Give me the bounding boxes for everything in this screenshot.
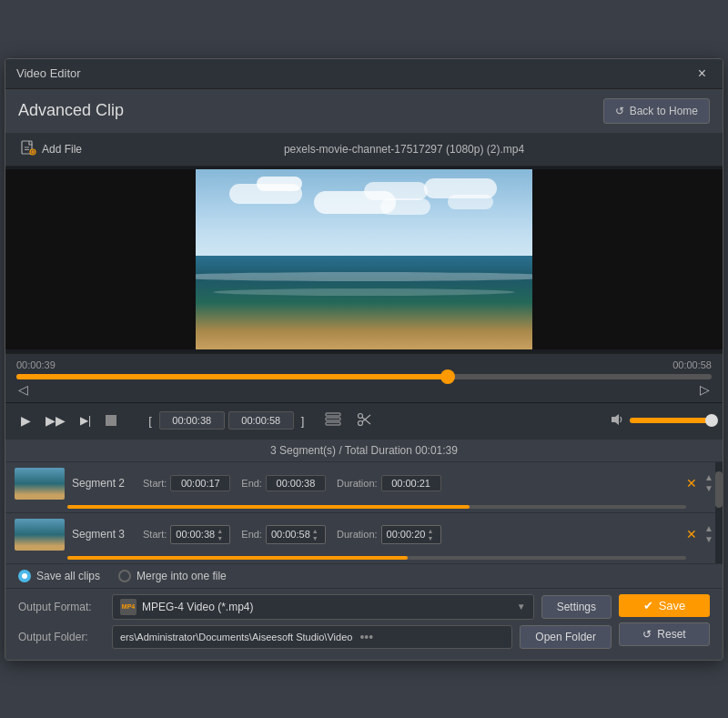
- segment-arrows: ▲ ▼: [704, 473, 713, 493]
- bracket-left-button[interactable]: [: [145, 412, 156, 430]
- merge-into-one-option[interactable]: Merge into one file: [118, 570, 227, 582]
- action-buttons: ✔ Save ↺ Reset: [619, 594, 710, 646]
- fast-forward-button[interactable]: ▶▶: [41, 410, 70, 430]
- volume-slider[interactable]: [630, 418, 712, 423]
- reset-icon: ↺: [642, 628, 652, 641]
- timeline-labels: 00:00:39 00:00:58: [16, 359, 712, 370]
- spinner-down[interactable]: ▼: [427, 535, 433, 541]
- open-folder-button[interactable]: Open Folder: [520, 625, 612, 649]
- end-label: End:: [241, 529, 262, 540]
- format-row: Output Format: MP4 MPEG-4 Video (*.mp4) …: [18, 594, 612, 620]
- folder-path: ers\Administrator\Documents\Aiseesoft St…: [112, 625, 512, 649]
- segment-duration-field: Duration: 00:00:20 ▲ ▼: [337, 525, 441, 544]
- scissors-button[interactable]: [351, 409, 377, 433]
- video-side-right: [532, 169, 723, 349]
- main-header: Advanced Clip ↺ Back to Home: [5, 89, 723, 134]
- cut-icon: [325, 411, 341, 430]
- segment-up-arrow[interactable]: ▲: [704, 473, 713, 482]
- save-button[interactable]: ✔ Save: [619, 594, 710, 617]
- segment-down-arrow[interactable]: ▼: [704, 484, 713, 493]
- window-title: Video Editor: [16, 66, 81, 80]
- timeline-end-time: 00:00:58: [672, 359, 712, 370]
- format-value: MPEG-4 Video (*.mp4): [142, 601, 254, 613]
- timeline-fill: [16, 374, 448, 379]
- segment-end-spinner: ▲ ▼: [312, 528, 318, 541]
- segment-label: Segment 2: [72, 477, 136, 490]
- folder-path-text: ers\Administrator\Documents\Aiseesoft St…: [120, 632, 352, 642]
- spinner-down[interactable]: ▼: [217, 535, 223, 541]
- video-preview-container: [5, 167, 723, 353]
- trim-handles: ◁ ▷: [16, 382, 712, 397]
- options-bar: Save all clips Merge into one file: [5, 563, 723, 588]
- segment-progress-fill: [67, 505, 470, 509]
- spinner-up[interactable]: ▲: [427, 528, 433, 534]
- segment-start-value: 00:00:17: [170, 475, 230, 491]
- page-title: Advanced Clip: [18, 101, 124, 120]
- trim-left-handle[interactable]: ◁: [18, 382, 28, 397]
- volume-icon: [610, 412, 624, 430]
- duration-label: Duration:: [337, 478, 378, 489]
- scrollbar-thumb[interactable]: [715, 471, 723, 508]
- spinner-up[interactable]: ▲: [217, 528, 223, 534]
- segment-input-group: [ ]: [145, 411, 308, 430]
- save-all-clips-radio[interactable]: [18, 570, 31, 582]
- bracket-right-button[interactable]: ]: [298, 412, 308, 430]
- scissors-icon: [356, 411, 372, 430]
- segment-end-editable[interactable]: 00:00:58 ▲ ▼: [266, 525, 326, 544]
- save-all-clips-option[interactable]: Save all clips: [18, 570, 100, 582]
- timeline-area: 00:00:39 00:00:58 ◁ ▷: [5, 353, 723, 402]
- format-select[interactable]: MP4 MPEG-4 Video (*.mp4) ▼: [112, 594, 534, 620]
- spinner-down[interactable]: ▼: [312, 535, 318, 541]
- volume-thumb[interactable]: [705, 414, 718, 427]
- svg-marker-13: [612, 414, 619, 425]
- volume-fill: [630, 418, 712, 423]
- add-file-button[interactable]: Add File: [15, 137, 87, 162]
- segment-duration-editable[interactable]: 00:00:20 ▲ ▼: [381, 525, 441, 544]
- segment-details: Start: 00:00:17 End: 00:00:38 Duration: …: [143, 475, 675, 491]
- reset-button[interactable]: ↺ Reset: [619, 622, 710, 646]
- trim-right-handle[interactable]: ▷: [700, 382, 710, 397]
- segment-thumbnail: [15, 468, 65, 500]
- segment-down-arrow[interactable]: ▼: [704, 535, 713, 544]
- save-label: Save: [659, 599, 686, 612]
- bottom-rows: Output Format: MP4 MPEG-4 Video (*.mp4) …: [18, 594, 710, 654]
- close-button[interactable]: ×: [693, 65, 712, 83]
- svg-point-10: [359, 413, 363, 418]
- segment-close-button[interactable]: ✕: [686, 527, 697, 541]
- scrollbar[interactable]: [715, 462, 723, 563]
- segment-close-button[interactable]: ✕: [686, 476, 697, 490]
- stop-button[interactable]: [101, 412, 121, 429]
- video-preview: [196, 169, 531, 349]
- timeline-slider[interactable]: [16, 374, 712, 379]
- segments-info-bar: 3 Segment(s) / Total Duration 00:01:39: [5, 439, 723, 462]
- svg-point-9: [359, 420, 363, 425]
- segment-end-input[interactable]: [228, 411, 294, 430]
- segment-up-arrow[interactable]: ▲: [704, 524, 713, 533]
- reset-label: Reset: [657, 628, 685, 641]
- video-side-left: [5, 169, 196, 349]
- timeline-thumb[interactable]: [440, 369, 455, 384]
- fast-forward-icon: ▶▶: [46, 413, 66, 428]
- cut-button[interactable]: [320, 409, 346, 433]
- back-to-home-button[interactable]: ↺ Back to Home: [603, 98, 710, 124]
- step-forward-button[interactable]: ▶|: [76, 411, 96, 430]
- segment-start-editable[interactable]: 00:00:38 ▲ ▼: [170, 525, 230, 544]
- spinner-up[interactable]: ▲: [312, 528, 318, 534]
- svg-rect-8: [326, 422, 340, 425]
- save-check-icon: ✔: [643, 599, 653, 612]
- segment-duration-value: 00:00:21: [381, 475, 441, 491]
- play-button[interactable]: ▶: [16, 410, 35, 430]
- segment-duration-spinner: ▲ ▼: [427, 528, 433, 541]
- segment-arrows: ▲ ▼: [704, 524, 713, 544]
- save-all-clips-label: Save all clips: [36, 570, 100, 582]
- start-label: Start:: [143, 529, 167, 540]
- settings-button[interactable]: Settings: [541, 595, 612, 619]
- volume-group: [610, 412, 712, 430]
- duration-label: Duration:: [337, 529, 378, 540]
- add-file-icon: [20, 140, 36, 159]
- merge-into-one-radio[interactable]: [118, 570, 131, 582]
- folder-browse-button[interactable]: •••: [359, 630, 373, 644]
- segments-wrapper: Segment 2 Start: 00:00:17 End: 00:00:38 …: [5, 462, 723, 563]
- segment-progress-bar: [67, 556, 686, 560]
- segment-start-input[interactable]: [159, 411, 225, 430]
